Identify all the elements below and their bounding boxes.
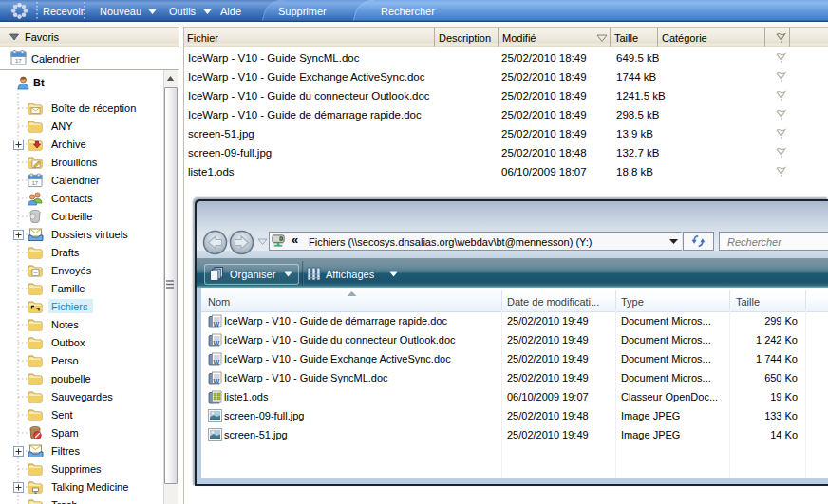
svg-text:W: W — [214, 378, 220, 384]
svg-text:W: W — [214, 340, 220, 346]
svg-text:Supprimer: Supprimer — [278, 6, 327, 17]
svg-text:17: 17 — [15, 58, 22, 64]
svg-text:Outils: Outils — [169, 6, 197, 17]
svg-text:W: W — [214, 359, 220, 365]
svg-text:Nouveau: Nouveau — [100, 6, 141, 17]
svg-text:Aide: Aide — [220, 6, 241, 17]
svg-text:W: W — [214, 321, 220, 327]
svg-text:Rechercher: Rechercher — [381, 6, 435, 17]
svg-text:17: 17 — [32, 180, 38, 186]
svg-text:Recevoir: Recevoir — [43, 6, 85, 17]
